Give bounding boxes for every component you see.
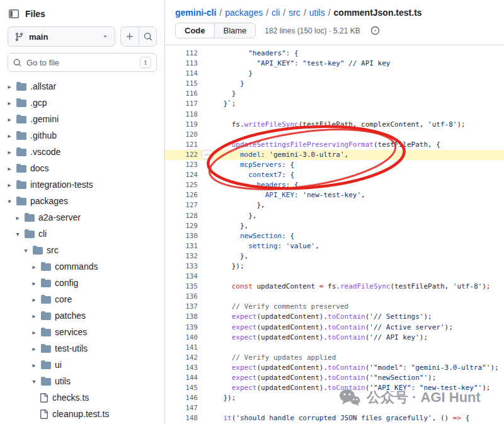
line-number[interactable]: 139 [165, 323, 207, 333]
breadcrumb-link-gemini-cli[interactable]: gemini-cli [175, 8, 216, 18]
line-number[interactable]: 146 [165, 393, 207, 403]
line-number[interactable]: 127 [165, 200, 207, 210]
code-line-123: 123 mcpServers: { [165, 160, 504, 170]
breadcrumb-link-packages[interactable]: packages [225, 8, 263, 18]
breadcrumb-link-utils[interactable]: utils [309, 8, 325, 18]
line-number[interactable]: 115 [165, 79, 207, 89]
chevron-right-icon[interactable]: ▸ [31, 263, 37, 270]
line-number[interactable]: 126 [165, 190, 207, 200]
chevron-right-icon[interactable]: ▸ [31, 345, 37, 352]
tab-blame[interactable]: Blame [214, 23, 256, 38]
line-number[interactable]: 148 [165, 413, 207, 423]
add-file-button[interactable] [121, 27, 139, 46]
go-to-file-input[interactable]: Go to file t [8, 53, 157, 72]
search-icon [144, 32, 152, 41]
line-number[interactable]: 138 [165, 312, 207, 322]
chevron-right-icon[interactable]: ▸ [31, 296, 37, 303]
tree-item-commands[interactable]: ▸commands [0, 258, 164, 275]
tree-item-.allstar[interactable]: ▸.allstar [0, 78, 164, 95]
line-number[interactable]: 122 [165, 150, 207, 160]
chevron-right-icon[interactable]: ▸ [14, 214, 21, 221]
line-number[interactable]: 131 [165, 241, 207, 251]
chevron-down-icon[interactable]: ▾ [31, 378, 37, 385]
line-number[interactable]: 120 [165, 130, 207, 140]
tree-item-docs[interactable]: ▸docs [0, 160, 164, 176]
line-number[interactable]: 117 [165, 99, 207, 109]
tree-item-services[interactable]: ▸services [0, 324, 164, 340]
tree-item-cleanup.test.ts[interactable]: cleanup.test.ts [0, 406, 164, 422]
branch-selector[interactable]: main [8, 26, 115, 47]
breadcrumb-link-src[interactable]: src [289, 8, 301, 18]
chevron-right-icon[interactable]: ▸ [6, 181, 13, 188]
tab-code[interactable]: Code [175, 23, 215, 38]
line-number[interactable]: 130 [165, 231, 207, 241]
chevron-right-icon[interactable]: ▸ [31, 312, 37, 319]
chevron-right-icon[interactable]: ▸ [6, 149, 13, 156]
chevron-right-icon[interactable]: ▸ [6, 83, 13, 90]
line-number[interactable]: 119 [165, 120, 207, 130]
tree-item-packages[interactable]: ▾packages [0, 193, 164, 209]
tree-item-ui[interactable]: ▸ui [0, 357, 164, 373]
circle-info-icon [370, 26, 380, 35]
line-number[interactable]: 116 [165, 89, 207, 99]
folder-icon [41, 327, 51, 337]
tree-item-.github[interactable]: ▸.github [0, 127, 164, 144]
line-number[interactable]: 132 [165, 251, 207, 261]
chevron-right-icon[interactable]: ▸ [31, 280, 37, 287]
tree-item-patches[interactable]: ▸patches [0, 307, 164, 324]
chevron-down-icon[interactable]: ▾ [6, 198, 13, 205]
tree-item-.vscode[interactable]: ▸.vscode [0, 144, 164, 160]
tree-item-cli[interactable]: ▾cli [0, 226, 164, 242]
collapse-sidebar-button[interactable] [9, 9, 19, 19]
tree-item-test-utils[interactable]: ▸test-utils [0, 340, 164, 357]
line-number[interactable]: 134 [165, 272, 207, 282]
line-number[interactable]: 141 [165, 343, 207, 353]
chevron-right-icon[interactable]: ▸ [31, 362, 37, 369]
tree-item-core[interactable]: ▸core [0, 291, 164, 307]
chevron-right-icon[interactable]: ▸ [6, 132, 13, 139]
line-number[interactable]: 142 [165, 353, 207, 363]
line-number[interactable]: 144 [165, 373, 207, 383]
line-number[interactable]: 135 [165, 282, 207, 292]
tree-item-.gcp[interactable]: ▸.gcp [0, 95, 164, 111]
line-number[interactable]: 136 [165, 292, 207, 302]
chevron-right-icon[interactable]: ▸ [6, 165, 13, 172]
chevron-right-icon[interactable]: ▸ [6, 100, 13, 106]
line-number[interactable]: 113 [165, 59, 207, 69]
line-number[interactable]: 114 [165, 69, 207, 79]
chevron-down-icon[interactable]: ▾ [14, 231, 21, 238]
breadcrumb-link-cli[interactable]: cli [272, 8, 280, 18]
line-number[interactable]: 124 [165, 170, 207, 180]
tree-item-label: commands [55, 261, 98, 272]
line-number[interactable]: 121 [165, 140, 207, 150]
line-number[interactable]: 128 [165, 211, 207, 221]
tree-item-src[interactable]: ▾src [0, 242, 164, 258]
search-code-button[interactable] [139, 27, 156, 46]
line-number[interactable]: 118 [165, 110, 207, 120]
line-number[interactable]: 140 [165, 333, 207, 343]
line-number[interactable]: 129 [165, 221, 207, 231]
breadcrumb-separator: / [304, 8, 306, 18]
code-line-133: 133 }); [165, 261, 504, 272]
line-number[interactable]: 125 [165, 180, 207, 190]
line-number[interactable]: 143 [165, 363, 207, 373]
code-text: const updatedContent = fs.readFileSync(t… [207, 282, 504, 292]
line-number[interactable]: 147 [165, 403, 207, 413]
chevron-right-icon[interactable]: ▸ [31, 329, 37, 336]
line-number[interactable]: 112 [165, 49, 207, 59]
line-number[interactable]: 123 [165, 160, 207, 170]
line-number[interactable]: 137 [165, 302, 207, 312]
tree-item-utils[interactable]: ▾utils [0, 373, 164, 389]
tree-item-config[interactable]: ▸config [0, 275, 164, 291]
line-number[interactable]: 133 [165, 261, 207, 272]
chevron-right-icon[interactable]: ▸ [6, 116, 13, 123]
tree-item-.gemini[interactable]: ▸.gemini [0, 111, 164, 127]
line-menu-kebab-icon[interactable]: ⋯ [202, 150, 213, 159]
tree-item-checks.ts[interactable]: checks.ts [0, 389, 164, 406]
symbols-button[interactable] [367, 25, 384, 36]
tree-item-integration-tests[interactable]: ▸integration-tests [0, 176, 164, 193]
line-number[interactable]: 145 [165, 383, 207, 393]
chevron-down-icon[interactable]: ▾ [23, 247, 29, 254]
code-line-128: 128 }, [165, 211, 504, 221]
tree-item-a2a-server[interactable]: ▸a2a-server [0, 209, 164, 226]
